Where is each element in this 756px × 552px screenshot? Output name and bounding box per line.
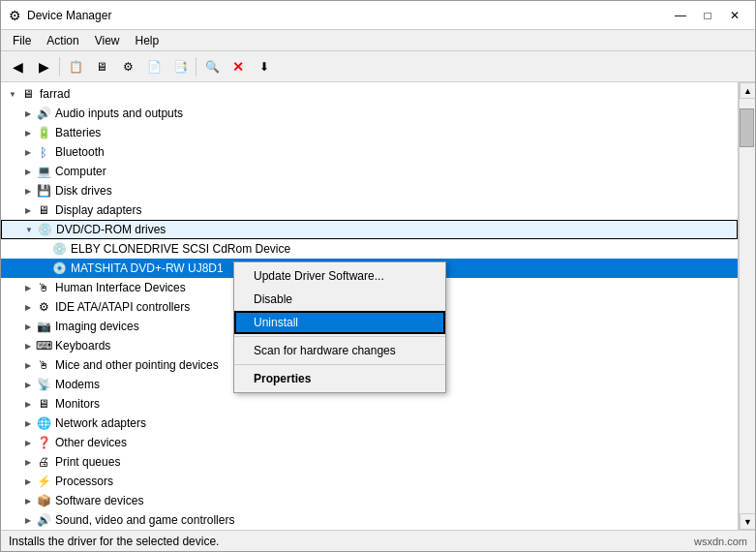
tree-item-software[interactable]: 📦 Software devices (1, 491, 738, 510)
tree-panel: 🖥 farrad 🔊 Audio inputs and outputs 🔋 Ba… (1, 82, 739, 530)
dvd-label: DVD/CD-ROM drives (56, 223, 166, 236)
main-content: 🖥 farrad 🔊 Audio inputs and outputs 🔋 Ba… (1, 82, 755, 530)
menu-view[interactable]: View (87, 32, 128, 48)
maximize-button[interactable]: □ (695, 6, 720, 25)
tree-root[interactable]: 🖥 farrad (1, 84, 738, 104)
expand-computer-icon (20, 164, 36, 179)
tree-item-other[interactable]: ❓ Other devices (1, 433, 738, 452)
menu-file[interactable]: File (5, 32, 39, 48)
keyboards-label: Keyboards (55, 339, 110, 353)
software-label: Software devices (55, 494, 143, 507)
expand-sound-icon (20, 512, 36, 528)
toolbar-update[interactable]: ⬇ (252, 55, 277, 78)
toolbar-device-manager[interactable]: 🖥 (89, 55, 114, 78)
audio-label: Audio inputs and outputs (55, 107, 183, 120)
expand-display-icon (20, 202, 36, 218)
ctx-scan[interactable]: Scan for hardware changes (234, 339, 445, 362)
scroll-thumb[interactable] (740, 108, 754, 147)
close-button[interactable]: ✕ (722, 6, 747, 25)
matshita-icon: 💿 (51, 261, 67, 276)
ctx-properties[interactable]: Properties (234, 367, 445, 390)
tree-item-computer[interactable]: 💻 Computer (1, 162, 738, 181)
tree-item-display[interactable]: 🖥 Display adapters (1, 200, 738, 220)
brand-text: wsxdn.com (694, 536, 747, 547)
window-icon: ⚙ (9, 8, 21, 23)
other-icon: ❓ (36, 435, 51, 450)
imaging-icon: 📷 (36, 319, 51, 334)
tree-item-batteries[interactable]: 🔋 Batteries (1, 123, 738, 142)
print-label: Print queues (55, 455, 120, 469)
monitors-icon: 🖥 (36, 396, 51, 412)
title-bar: ⚙ Device Manager — □ ✕ (1, 1, 755, 30)
elby-label: ELBY CLONEDRIVE SCSI CdRom Device (71, 242, 290, 256)
scrollbar: ▲ ▼ (739, 82, 755, 530)
network-label: Network adapters (55, 416, 146, 430)
tree-item-bluetooth[interactable]: ᛒ Bluetooth (1, 142, 738, 162)
bluetooth-label: Bluetooth (55, 145, 105, 159)
hid-label: Human Interface Devices (55, 281, 186, 294)
expand-other-icon (20, 435, 36, 450)
status-text: Installs the driver for the selected dev… (9, 535, 219, 548)
computer-icon: 🖥 (20, 86, 36, 102)
tree-item-dvd[interactable]: 💿 DVD/CD-ROM drives (1, 220, 738, 239)
expand-imaging-icon (20, 319, 36, 334)
expand-software-icon (20, 493, 36, 508)
expand-monitors-icon (20, 396, 36, 412)
ctx-update[interactable]: Update Driver Software... (234, 264, 445, 288)
ctx-uninstall[interactable]: Uninstall (234, 311, 445, 334)
device-manager-window: ⚙ Device Manager — □ ✕ File Action View … (0, 0, 756, 552)
keyboards-icon: ⌨ (36, 338, 51, 353)
status-bar: Installs the driver for the selected dev… (1, 530, 755, 551)
processors-label: Processors (55, 475, 113, 488)
expand-modems-icon (20, 377, 36, 392)
expand-audio-icon (20, 106, 36, 121)
toolbar-search[interactable]: 🔍 (199, 55, 225, 78)
tree-item-sound[interactable]: 🔊 Sound, video and game controllers (1, 510, 738, 530)
window-title: Device Manager (27, 9, 111, 22)
display-icon: 🖥 (36, 202, 51, 218)
menu-bar: File Action View Help (1, 30, 755, 51)
elby-icon: 💿 (51, 241, 67, 257)
expand-batteries-icon (20, 125, 36, 140)
toolbar-settings[interactable]: ⚙ (115, 55, 140, 78)
scroll-track (740, 99, 755, 513)
context-menu: Update Driver Software... Disable Uninst… (233, 261, 446, 393)
expand-print-icon (20, 454, 36, 470)
tree-item-disk[interactable]: 💾 Disk drives (1, 181, 738, 200)
menu-help[interactable]: Help (128, 32, 167, 48)
tree-item-elby[interactable]: 💿 ELBY CLONEDRIVE SCSI CdRom Device (1, 239, 738, 259)
title-bar-buttons: — □ ✕ (668, 6, 747, 25)
title-bar-left: ⚙ Device Manager (9, 8, 111, 23)
toolbar-collapse[interactable]: 📑 (167, 55, 193, 78)
toolbar-back[interactable]: ◀ (5, 55, 30, 78)
toolbar-separator-2 (196, 57, 197, 77)
toolbar-expand[interactable]: 📄 (141, 55, 166, 78)
tree-item-audio[interactable]: 🔊 Audio inputs and outputs (1, 104, 738, 123)
expand-network-icon (20, 415, 36, 431)
toolbar-forward[interactable]: ▶ (31, 55, 56, 78)
modems-label: Modems (55, 378, 100, 391)
ctx-disable[interactable]: Disable (234, 288, 445, 311)
tree-item-network[interactable]: 🌐 Network adapters (1, 414, 738, 433)
expand-bluetooth-icon (20, 144, 36, 160)
toolbar-delete[interactable]: ✕ (226, 55, 251, 78)
batteries-icon: 🔋 (36, 125, 51, 140)
expand-ide-icon (20, 299, 36, 315)
expand-hid-icon (20, 280, 36, 295)
ide-label: IDE ATA/ATAPI controllers (55, 300, 190, 314)
monitors-label: Monitors (55, 397, 100, 411)
scroll-up-button[interactable]: ▲ (740, 82, 755, 99)
software-icon: 📦 (36, 493, 51, 508)
scroll-down-button[interactable]: ▼ (740, 513, 755, 530)
toolbar-properties[interactable]: 📋 (63, 55, 88, 78)
tree-item-monitors[interactable]: 🖥 Monitors (1, 394, 738, 414)
toolbar-separator-1 (59, 57, 60, 77)
tree-item-processors[interactable]: ⚡ Processors (1, 472, 738, 491)
menu-action[interactable]: Action (39, 32, 86, 48)
minimize-button[interactable]: — (668, 6, 693, 25)
batteries-label: Batteries (55, 126, 101, 139)
matshita-label: MATSHITA DVD+-RW UJ8D1 (71, 261, 224, 275)
tree-item-print[interactable]: 🖨 Print queues (1, 452, 738, 472)
print-icon: 🖨 (36, 454, 51, 470)
hid-icon: 🖱 (36, 280, 51, 295)
